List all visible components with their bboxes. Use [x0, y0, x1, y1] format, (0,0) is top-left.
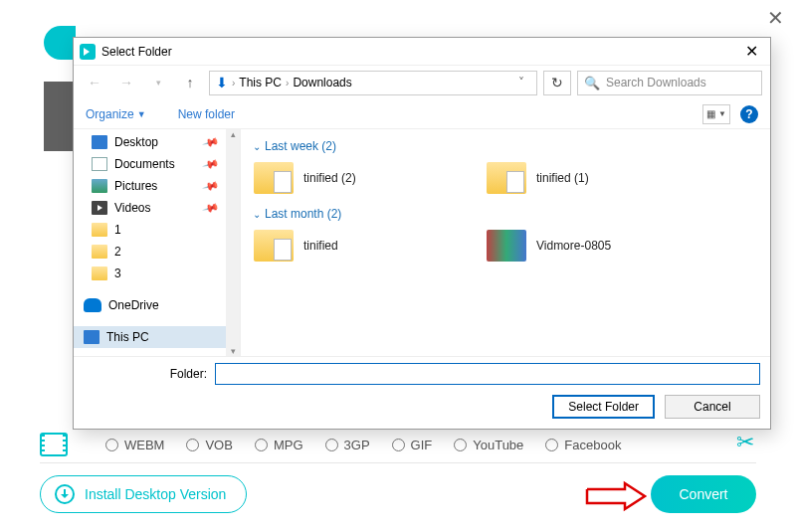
format-label: WEBM: [124, 438, 164, 452]
format-label: Facebook: [564, 438, 621, 452]
forward-button: →: [113, 71, 139, 94]
install-desktop-button[interactable]: Install Desktop Version: [40, 475, 247, 513]
dialog-footer: Folder: Select Folder Cancel: [74, 357, 770, 429]
folder-item[interactable]: tinified (2): [251, 159, 460, 197]
format-label: GIF: [411, 438, 433, 452]
organize-label: Organize: [86, 107, 134, 121]
format-bar: WEBM VOB MPG 3GP GIF YouTube Facebook ✂: [40, 432, 756, 457]
folder-label: tinified: [303, 239, 338, 253]
format-option-vob[interactable]: VOB: [186, 438, 232, 452]
close-icon[interactable]: ✕: [767, 6, 784, 30]
crumb-root[interactable]: This PC: [239, 76, 282, 89]
format-option-gif[interactable]: GIF: [392, 438, 433, 452]
folder-icon: [487, 230, 526, 262]
nav-item-onedrive[interactable]: OneDrive: [74, 294, 240, 316]
format-option-mpg[interactable]: MPG: [255, 438, 303, 452]
crumb-current[interactable]: Downloads: [293, 76, 351, 89]
nav-label: Documents: [114, 157, 175, 171]
select-folder-button[interactable]: Select Folder: [552, 395, 655, 419]
dialog-title-bar: Select Folder ✕: [74, 38, 770, 66]
nav-item-documents[interactable]: Documents📌: [74, 153, 240, 175]
pic-icon: [92, 179, 107, 193]
select-folder-dialog: Select Folder ✕ ← → ▾ ↑ ⬇ › This PC › Do…: [73, 37, 771, 430]
format-option-webm[interactable]: WEBM: [105, 438, 164, 452]
fld-icon: [92, 245, 107, 259]
folder-input[interactable]: [215, 363, 760, 385]
film-icon: [40, 433, 68, 456]
pin-icon: 📌: [202, 177, 221, 195]
cloud-icon: [84, 298, 101, 312]
help-button[interactable]: ?: [740, 105, 758, 123]
cancel-button[interactable]: Cancel: [665, 395, 760, 419]
down-arrow-icon: ⬇: [216, 75, 228, 90]
fld-icon: [92, 223, 107, 237]
chevron-right-icon: ›: [232, 78, 235, 89]
convert-button[interactable]: Convert: [651, 475, 756, 513]
group-header[interactable]: ⌄ Last week (2): [253, 139, 760, 153]
pin-icon: 📌: [202, 133, 221, 151]
refresh-button[interactable]: ↻: [543, 71, 571, 95]
group-header[interactable]: ⌄ Last month (2): [253, 207, 760, 221]
preview-thumbnail: [44, 82, 74, 151]
nav-item-1[interactable]: 1: [74, 219, 240, 241]
add-button-partial[interactable]: [44, 26, 76, 60]
nav-item-pictures[interactable]: Pictures📌: [74, 175, 240, 197]
nav-item-videos[interactable]: Videos📌: [74, 197, 240, 219]
dialog-toolbar: Organize ▼ New folder ▦▼ ?: [74, 99, 770, 129]
divider: [40, 462, 756, 463]
vid-icon: [92, 201, 107, 215]
breadcrumb-bar[interactable]: ⬇ › This PC › Downloads ˅: [209, 71, 537, 95]
folder-content[interactable]: ⌄ Last week (2)tinified (2)tinified (1)⌄…: [241, 129, 770, 356]
folder-item[interactable]: Vidmore-0805: [484, 227, 693, 265]
nav-label: OneDrive: [108, 298, 159, 312]
app-logo-icon: [80, 44, 96, 60]
nav-item-3[interactable]: 3: [74, 263, 240, 284]
folder-icon: [254, 230, 294, 262]
chevron-down-icon: ⌄: [253, 209, 261, 220]
nav-item-2[interactable]: 2: [74, 241, 240, 263]
chevron-down-icon: ▼: [137, 109, 146, 119]
crumb-dropdown-icon[interactable]: ˅: [512, 76, 530, 89]
format-option-facebook[interactable]: Facebook: [545, 438, 621, 452]
dialog-close-button[interactable]: ✕: [739, 42, 764, 61]
back-button[interactable]: ←: [82, 71, 107, 94]
view-options-button[interactable]: ▦▼: [702, 104, 730, 124]
pin-icon: 📌: [202, 199, 221, 217]
folder-label: tinified (2): [303, 171, 356, 185]
chevron-down-icon: ⌄: [253, 141, 261, 152]
download-icon: [55, 484, 75, 504]
up-button[interactable]: ↑: [177, 71, 203, 94]
navigation-pane: Desktop📌Documents📌Pictures📌Videos📌123One…: [74, 129, 241, 356]
dialog-body: Desktop📌Documents📌Pictures📌Videos📌123One…: [74, 129, 770, 357]
format-label: MPG: [274, 438, 303, 452]
nav-label: 3: [114, 266, 121, 280]
search-input[interactable]: 🔍 Search Downloads: [577, 71, 762, 95]
format-label: YouTube: [473, 438, 523, 452]
nav-label: 2: [114, 245, 121, 259]
install-label: Install Desktop Version: [85, 486, 226, 502]
nav-item-this-pc[interactable]: This PC: [74, 326, 240, 348]
doc-icon: [92, 157, 107, 171]
address-bar-row: ← → ▾ ↑ ⬇ › This PC › Downloads ˅ ↻ 🔍 Se…: [74, 66, 770, 99]
new-folder-button[interactable]: New folder: [178, 107, 235, 121]
nav-label: Desktop: [114, 135, 158, 149]
desktop-icon: [92, 135, 107, 149]
annotation-arrow: [587, 483, 647, 513]
organize-menu[interactable]: Organize ▼: [86, 107, 146, 121]
format-option-3gp[interactable]: 3GP: [325, 438, 370, 452]
format-option-youtube[interactable]: YouTube: [454, 438, 523, 452]
cut-icon[interactable]: ✂: [736, 430, 754, 455]
folder-item[interactable]: tinified: [251, 227, 460, 265]
pc-icon: [84, 330, 100, 344]
nav-scrollbar[interactable]: ▴▾: [226, 129, 240, 356]
nav-label: Videos: [114, 201, 150, 215]
chevron-right-icon: ›: [286, 78, 289, 89]
nav-label: This PC: [106, 330, 149, 344]
format-label: VOB: [205, 438, 232, 452]
nav-label: Pictures: [114, 179, 157, 193]
recent-dropdown[interactable]: ▾: [145, 71, 171, 94]
folder-field-label: Folder:: [84, 367, 207, 381]
dialog-title: Select Folder: [101, 45, 172, 59]
folder-item[interactable]: tinified (1): [484, 159, 693, 197]
nav-item-desktop[interactable]: Desktop📌: [74, 131, 240, 153]
